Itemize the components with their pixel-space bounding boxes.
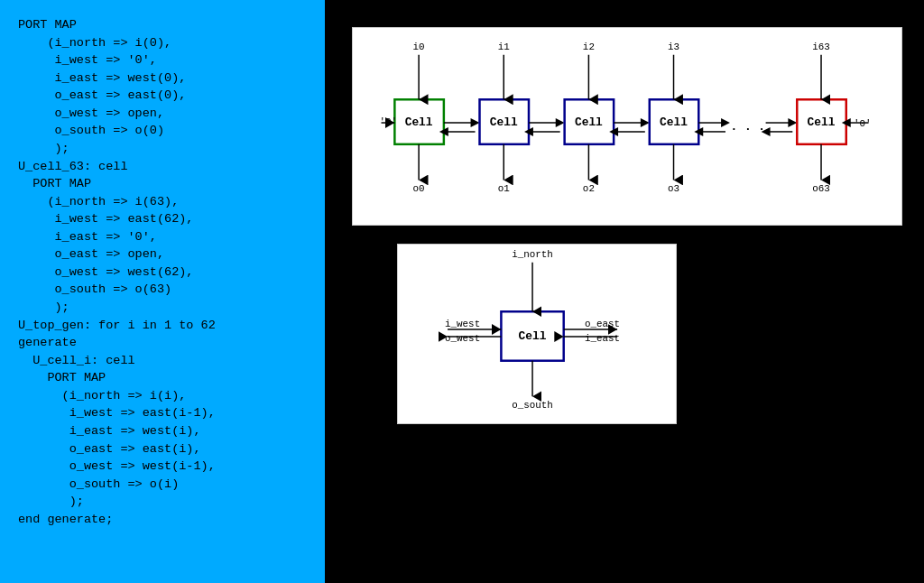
o3-label: o3 (668, 183, 679, 194)
o-south-label: o_south (512, 400, 553, 411)
conn-3-dots-arrow (721, 118, 730, 127)
conn-1-2-arrow (556, 118, 565, 127)
i1-label: i1 (498, 42, 511, 52)
cell-0-label: Cell (405, 116, 433, 129)
diagram-panel: Cell i0 o0 '0' Cell i1 o1 (325, 0, 924, 583)
cell-2-label: Cell (575, 116, 603, 129)
conn-0-1-arrow (471, 118, 480, 127)
o63-label: o63 (812, 183, 830, 194)
i-west-label: i_west (445, 319, 480, 329)
o0-label: o0 (413, 183, 425, 194)
code-panel: PORT MAP (i_north => i(0), i_west => '0'… (0, 0, 325, 583)
code-text: PORT MAP (i_north => i(0), i_west => '0'… (18, 16, 307, 528)
cell-1-label: Cell (490, 116, 518, 129)
cell-63-label: Cell (808, 116, 836, 129)
bottom-diagram-svg: Cell i_north o_south i_west o_west o_eas… (398, 245, 676, 423)
top-diagram-svg: Cell i0 o0 '0' Cell i1 o1 (353, 28, 901, 225)
cell-3-label: Cell (660, 116, 688, 129)
i-east-label: i_east (585, 333, 620, 344)
i3-label: i3 (668, 42, 679, 52)
bottom-cell-label: Cell (519, 329, 547, 343)
o-west-label: o_west (445, 333, 480, 344)
left-zero-label: '0' (380, 116, 398, 127)
dots-label: . . . (730, 120, 765, 134)
conn-dots-63-arrow (788, 118, 797, 127)
right-zero-label: '0' (854, 118, 872, 129)
i2-label: i2 (583, 42, 595, 52)
i63-label: i63 (812, 42, 830, 52)
top-diagram: Cell i0 o0 '0' Cell i1 o1 (352, 27, 902, 226)
o1-label: o1 (498, 183, 511, 194)
bottom-diagram: Cell i_north o_south i_west o_west o_eas… (397, 244, 677, 424)
o-east-label: o_east (585, 319, 620, 329)
conn-2-3-arrow (641, 118, 650, 127)
i-north-label: i_north (512, 249, 553, 260)
i0-label: i0 (413, 42, 425, 52)
o2-label: o2 (583, 183, 595, 194)
